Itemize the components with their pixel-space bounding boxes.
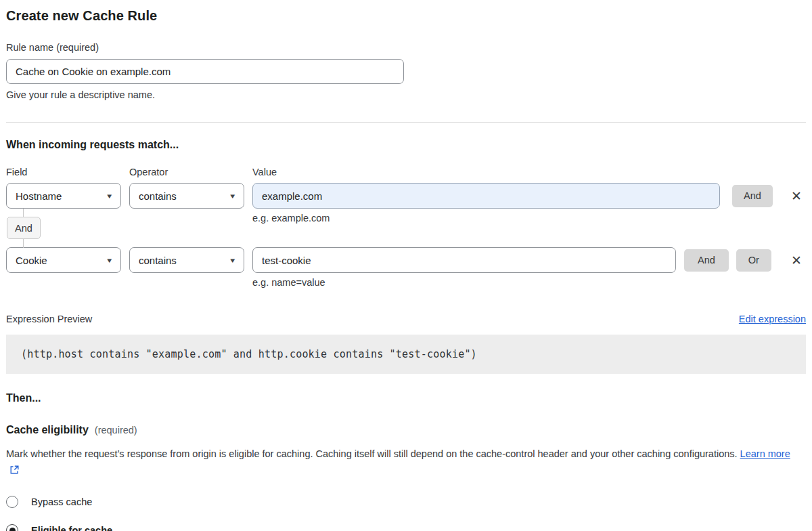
rule-name-section: Rule name (required) Give your rule a de… <box>6 42 806 100</box>
value-column-label: Value <box>252 167 277 177</box>
chevron-down-icon: ▾ <box>108 256 112 265</box>
operator-select-value: contains <box>139 255 177 266</box>
and-button[interactable]: And <box>684 249 729 272</box>
expression-preview-label: Expression Preview <box>6 314 92 324</box>
cache-eligibility-title: Cache eligibility <box>6 424 89 436</box>
create-cache-rule-page: Create new Cache Rule Rule name (require… <box>0 0 812 531</box>
description-text: Mark whether the request’s response from… <box>6 448 738 459</box>
or-button[interactable]: Or <box>736 249 771 272</box>
chevron-down-icon: ▾ <box>108 192 112 200</box>
value-input[interactable] <box>252 247 676 273</box>
external-link-icon <box>9 465 20 475</box>
operator-select[interactable]: contains ▾ <box>129 247 244 273</box>
and-connector-button[interactable]: And <box>7 217 41 239</box>
close-icon: ✕ <box>791 253 802 268</box>
rule-name-input[interactable] <box>6 59 404 84</box>
condition-row: Cookie ▾ contains ▾ And Or ✕ <box>6 247 806 273</box>
match-heading: When incoming requests match... <box>6 139 806 151</box>
connector-line <box>23 239 24 248</box>
required-note: (required) <box>95 425 137 436</box>
and-button[interactable]: And <box>732 185 773 207</box>
value-hint: e.g. example.com <box>252 213 806 224</box>
remove-condition-button[interactable]: ✕ <box>790 188 803 204</box>
field-select-value: Hostname <box>16 190 62 202</box>
field-column-label: Field <box>6 167 129 177</box>
field-select[interactable]: Hostname ▾ <box>6 183 121 209</box>
condition-row: Hostname ▾ contains ▾ And ✕ <box>6 183 806 209</box>
operator-column-label: Operator <box>129 167 252 177</box>
field-select[interactable]: Cookie ▾ <box>6 247 121 273</box>
connector-line <box>23 209 24 217</box>
section-divider <box>6 122 806 123</box>
rule-name-label: Rule name (required) <box>6 42 806 53</box>
expression-code: (http.host contains "example.com" and ht… <box>21 348 477 360</box>
operator-select-value: contains <box>139 190 177 202</box>
spacer <box>6 224 806 247</box>
learn-more-link[interactable]: Learn more <box>740 448 790 459</box>
remove-condition-button[interactable]: ✕ <box>790 253 803 268</box>
radio-icon-selected <box>6 524 18 531</box>
page-title: Create new Cache Rule <box>6 5 806 24</box>
operator-select[interactable]: contains ▾ <box>129 183 244 209</box>
radio-label: Eligible for cache <box>31 525 112 531</box>
cache-eligibility-header: Cache eligibility (required) <box>6 424 806 436</box>
radio-option-eligible-for-cache[interactable]: Eligible for cache <box>6 524 806 531</box>
chevron-down-icon: ▾ <box>231 256 235 265</box>
condition-rows: Hostname ▾ contains ▾ And ✕ e.g. example… <box>6 183 806 288</box>
expression-preview-code-block: (http.host contains "example.com" and ht… <box>6 335 806 374</box>
value-input[interactable] <box>252 183 720 209</box>
rule-name-helper: Give your rule a descriptive name. <box>6 89 806 100</box>
close-icon: ✕ <box>791 188 802 203</box>
radio-label: Bypass cache <box>31 496 92 507</box>
cache-eligibility-description: Mark whether the request’s response from… <box>6 446 791 478</box>
value-hint: e.g. name=value <box>252 277 806 288</box>
expression-preview-header: Expression Preview Edit expression <box>6 314 806 324</box>
radio-option-bypass-cache[interactable]: Bypass cache <box>6 496 806 508</box>
then-heading: Then... <box>6 392 806 404</box>
chevron-down-icon: ▾ <box>231 192 235 200</box>
edit-expression-link[interactable]: Edit expression <box>739 314 806 324</box>
field-select-value: Cookie <box>16 255 47 266</box>
condition-column-labels: Field Operator Value <box>6 167 806 177</box>
radio-icon <box>6 496 18 508</box>
